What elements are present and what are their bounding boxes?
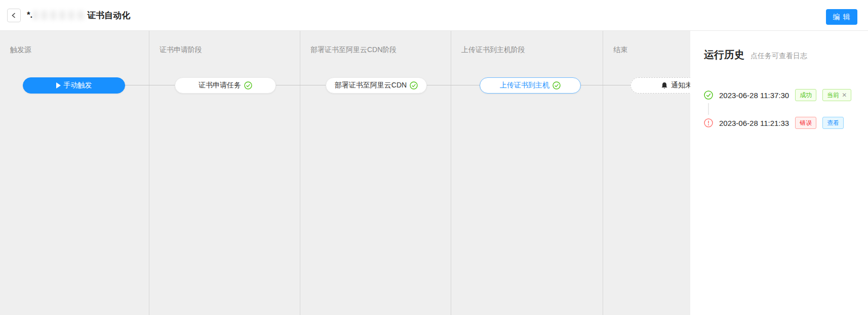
timeline-connector: [704, 103, 713, 115]
run-timestamp: 2023-06-28 11:37:30: [719, 91, 789, 100]
column-header: 证书申请阶段: [160, 46, 202, 55]
run-history-header: 运行历史 点任务可查看日志: [704, 48, 868, 62]
column-trigger-source: 触发源: [0, 31, 149, 315]
bell-icon: [661, 82, 668, 89]
back-button[interactable]: [7, 9, 21, 22]
exclamation-circle-icon: [704, 118, 713, 127]
run-timestamp: 2023-06-28 11:21:33: [719, 119, 789, 127]
node-deploy-cdn-task[interactable]: 部署证书至阿里云CDN: [326, 77, 427, 94]
check-circle-icon: [553, 81, 561, 89]
check-circle-icon: [704, 91, 713, 100]
status-badge-success: 成功: [795, 89, 816, 101]
edit-button[interactable]: 编 辑: [826, 9, 857, 25]
check-circle-icon: [244, 81, 252, 89]
check-circle-icon: [410, 81, 418, 89]
play-icon: [56, 82, 61, 88]
run-history-subtitle: 点任务可查看日志: [751, 52, 807, 61]
view-log-button[interactable]: 查看: [822, 117, 844, 129]
run-history-panel: 运行历史 点任务可查看日志 2023-06-28 11:37:30 成功 当前 …: [690, 31, 868, 315]
run-history-list: 2023-06-28 11:37:30 成功 当前 ✕ 2023-06-28 1…: [704, 87, 868, 131]
node-label: 证书申请任务: [199, 81, 241, 90]
history-entry[interactable]: 2023-06-28 11:21:33 错误 查看: [704, 115, 868, 131]
top-bar: *. 证书自动化 编 辑: [0, 0, 868, 31]
node-label: 部署证书至阿里云CDN: [335, 81, 407, 90]
column-header: 触发源: [10, 46, 31, 55]
page-title-prefix: *.: [27, 10, 32, 20]
chevron-left-icon: [11, 13, 17, 18]
app-window: *. 证书自动化 编 辑 触发源 证书申请阶段 部署证书至阿里云CDN阶段 上传…: [0, 0, 868, 315]
redacted-domain: [33, 11, 86, 20]
current-run-tag[interactable]: 当前 ✕: [822, 89, 851, 101]
node-label: 上传证书到主机: [500, 81, 549, 90]
current-run-label: 当前: [827, 91, 839, 100]
history-entry[interactable]: 2023-06-28 11:37:30 成功 当前 ✕: [704, 87, 868, 103]
column-header: 上传证书到主机阶段: [461, 46, 525, 55]
close-icon[interactable]: ✕: [842, 92, 847, 98]
node-upload-host-task[interactable]: 上传证书到主机: [480, 77, 581, 94]
column-upload-host-stage: 上传证书到主机阶段: [451, 31, 603, 315]
page-title-suffix: 证书自动化: [87, 10, 130, 21]
node-cert-apply-task[interactable]: 证书申请任务: [175, 77, 276, 94]
column-header: 部署证书至阿里云CDN阶段: [310, 46, 397, 55]
node-label: 手动触发: [64, 81, 92, 90]
run-history-title: 运行历史: [704, 48, 744, 62]
column-header: 结束: [613, 46, 627, 55]
node-manual-trigger[interactable]: 手动触发: [23, 77, 125, 94]
column-deploy-cdn-stage: 部署证书至阿里云CDN阶段: [300, 31, 451, 315]
column-cert-apply-stage: 证书申请阶段: [149, 31, 300, 315]
page-title: *. 证书自动化: [27, 10, 130, 21]
status-badge-error: 错误: [795, 117, 816, 129]
